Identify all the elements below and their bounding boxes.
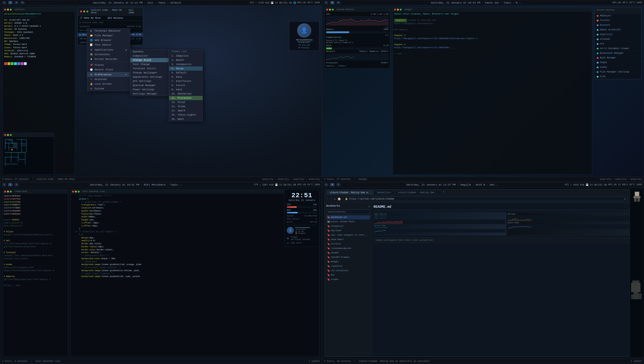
home-btn[interactable]: 🏠 xyxy=(338,197,341,201)
bm-cli-visualizer[interactable]: 🔖 cli-visualizer xyxy=(326,268,370,273)
app-bluetooth-label: Bluetooth Manager xyxy=(600,52,624,54)
pref-appearance[interactable]: Appearance Settings xyxy=(130,75,169,79)
bm-doom[interactable]: 🔖 Doom Emacs xyxy=(326,238,370,242)
color5-line: color5=#7FBBB3 xyxy=(4,207,20,209)
max-btn[interactable] xyxy=(10,9,12,10)
min-btn[interactable] xyxy=(7,9,9,10)
ctx-keybinds[interactable]: ⌨ Keybinds xyxy=(87,77,130,82)
bm-moc[interactable]: 🔖 Moc xyxy=(326,273,370,277)
q4-tag-5[interactable]: 5 xyxy=(336,183,341,186)
preferences-submenu[interactable]: Openbox Compositor Change Style Font Cha… xyxy=(130,49,169,96)
theme-adaptive[interactable]: 1. Adaptive xyxy=(169,54,203,58)
context-menu[interactable]: ▶ Terminal Emulator 📁 File Manager 🌐 Web… xyxy=(87,28,130,91)
ctx-lock[interactable]: 🔒 Lock Screen xyxy=(87,82,130,86)
music-max[interactable] xyxy=(86,10,88,12)
reload-btn[interactable]: ↺ xyxy=(334,197,335,201)
pref-qts[interactable]: QTS Settings xyxy=(130,79,169,83)
theme-manhattan[interactable]: 10. Manhattan xyxy=(169,92,203,96)
close-btn[interactable] xyxy=(4,9,6,10)
conky-dot xyxy=(597,66,598,68)
browser-tabs[interactable]: siduck/chadwm: Making dwm as b... Dandel… xyxy=(327,190,639,195)
bm-cli-label: cli-visualizer xyxy=(331,270,349,272)
theme-easy[interactable]: 6. Easy xyxy=(169,75,203,79)
theme-default[interactable]: 5. Default xyxy=(169,71,203,75)
ctx-screenshot[interactable]: 📸 Screenshot xyxy=(87,52,130,57)
ctx-browser[interactable]: 🌐 Web Browser xyxy=(87,38,130,42)
q4-tag-1[interactable]: 1 xyxy=(324,183,328,186)
theme-purpl[interactable]: 12. Purpl xyxy=(169,100,203,104)
bm-catppuccin[interactable]: 🔖 Catppuccin xyxy=(326,224,370,228)
bm-chadum[interactable]: 🔖 ChadUM xyxy=(326,251,370,255)
q4-tag-4[interactable]: 4 xyxy=(330,183,335,186)
url-star[interactable]: ★ xyxy=(624,198,626,200)
tag-4[interactable]: 4 xyxy=(14,1,19,4)
temp-stat: 48°C xyxy=(307,2,313,4)
theme-forest[interactable]: 8. Forest xyxy=(169,83,203,88)
theme-beach[interactable]: 2. Beach xyxy=(169,58,203,62)
url-bar[interactable]: 🔒 https://github.com/siduck/chadwm ★ xyxy=(343,196,628,201)
music-close[interactable] xyxy=(80,10,82,12)
tag-3[interactable]: 3 xyxy=(8,1,13,4)
bm-search-input[interactable] xyxy=(326,210,370,214)
bm-findex[interactable]: 🔖 Findex xyxy=(326,278,370,282)
theme-pistachio[interactable]: 11. Pistachio xyxy=(169,96,203,100)
bm-chatgpt[interactable]: 🔖 ChatGPT-Prompts xyxy=(326,255,370,260)
themes-submenu[interactable]: Themes (16) 1. Adaptive 2. Beach 3. Catp… xyxy=(169,49,203,122)
pref-change-style[interactable]: Change Style xyxy=(130,58,169,62)
q2-tag-1[interactable]: 1 xyxy=(324,1,328,4)
theme-slime[interactable]: 13. Slime xyxy=(169,104,203,108)
bm-close-btn[interactable]: ✕ xyxy=(368,205,370,208)
disk-stat: 💾 23 GB/251 GB xyxy=(271,2,292,4)
theme-everforest[interactable]: 7. Everforest xyxy=(169,79,203,83)
ctx-apps[interactable]: ⊞ Applications ▶ xyxy=(87,47,130,52)
new-tab-btn[interactable]: + xyxy=(443,190,445,195)
theme-catppuccin[interactable]: 3. Catppuccin xyxy=(169,62,203,66)
ctx-filemanager[interactable]: 📁 File Manager xyxy=(87,33,130,38)
bm-astrovin[interactable]: 🔖 Astrovin xyxy=(326,242,370,246)
bm-nap[interactable]: 🔖 nap: Code snippets in term... xyxy=(326,233,370,237)
pref-openbox[interactable]: Openbox xyxy=(130,50,169,54)
pref-compositor[interactable]: Compositor xyxy=(130,54,169,58)
ctx-recent[interactable]: 🕐 Recent Files xyxy=(87,67,130,72)
bm-hyprland[interactable]: 🔖 Hyprland xyxy=(326,228,370,233)
theme-decay[interactable]: 4. Decay xyxy=(169,66,203,71)
tag-1[interactable]: 1 xyxy=(2,1,6,4)
bm-mangal[interactable]: 🔖 Mangal xyxy=(326,260,370,264)
ctx-preferences[interactable]: ⚙ Preferences ▶ xyxy=(87,72,130,77)
q2-tag-5[interactable]: 5 xyxy=(330,1,335,4)
pref-settings-mgr[interactable]: Settings Manager xyxy=(130,92,169,96)
browser-tab-dandelions[interactable]: Dandelions xyxy=(374,190,394,195)
bm-wallhaven[interactable]: 🔖 wallhaven.cc/ xyxy=(326,215,370,220)
pref-power[interactable]: Power Settings xyxy=(130,88,169,92)
bm-colour-scheme[interactable]: 📷 Colour Scheme Photo xyxy=(326,220,370,224)
theme-tokyonights[interactable]: 15. Tokyo-nights xyxy=(169,113,203,117)
forward-btn[interactable]: → xyxy=(330,197,332,200)
pref-change-wallpaper[interactable]: Change Wallpaper xyxy=(130,71,169,75)
pref-terminal-colors[interactable]: Terminal Colors xyxy=(130,66,169,71)
theme-wave[interactable]: 16. Wave xyxy=(169,117,203,121)
ctx-terminal[interactable]: ▶ Terminal Emulator xyxy=(87,28,130,33)
pref-font-change[interactable]: Font Change xyxy=(130,62,169,66)
q3-tag-1[interactable]: 1 xyxy=(2,183,6,186)
pref-quantum[interactable]: Quantum Manager xyxy=(130,83,169,88)
theme-hack[interactable]: 9. Hack xyxy=(169,88,203,92)
ctx-recorder[interactable]: ⏺ Screen Recorder xyxy=(87,57,130,62)
ctx-editor[interactable]: 📝 Text Editor xyxy=(87,42,130,47)
tag-5[interactable]: 5 xyxy=(20,1,25,4)
bm-rcp-label: rcpalette xyxy=(331,265,342,268)
q3-tag-3[interactable]: 3 xyxy=(14,183,19,186)
q3-tag-2[interactable]: 2 xyxy=(8,183,13,186)
cpu-label-w: CPU xyxy=(287,204,291,206)
browser-tab-main[interactable]: siduck/chadwm: Making dwm as b... xyxy=(327,190,374,195)
mini-ss-1-content: 1531 1.94 1.52 1004 1.04 0.52 1004 1.04 … xyxy=(374,212,506,235)
ctx-system[interactable]: ⚙ System xyxy=(87,86,130,91)
ctx-places[interactable]: 📌 Places xyxy=(87,63,130,67)
bm-linux[interactable]: 🔖 LinuxGamingGuide xyxy=(326,246,370,250)
music-min[interactable] xyxy=(83,10,85,12)
q2-tag-6[interactable]: 6 xyxy=(336,1,341,4)
back-btn[interactable]: ← xyxy=(327,197,328,200)
bm-rcpalette[interactable]: 🔖 rcpalette xyxy=(326,264,370,268)
browser-tab-chadwm2[interactable]: siduck/chadwm – Making dwm as... xyxy=(395,190,441,195)
app-megasync-label: MEGAsync xyxy=(600,14,611,17)
theme-spark[interactable]: 14. Spark xyxy=(169,108,203,113)
